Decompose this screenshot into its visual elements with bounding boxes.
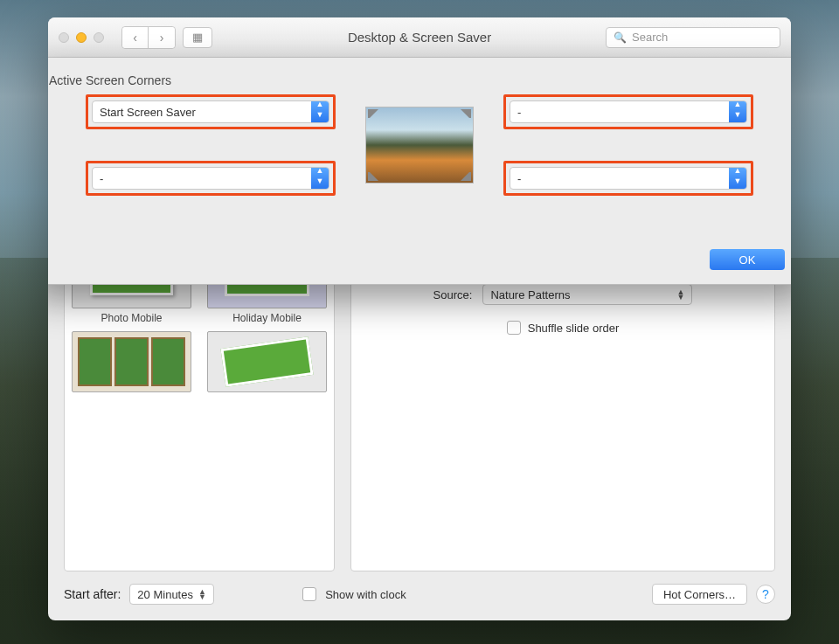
corner-value: - [510, 106, 729, 119]
saver-item[interactable] [207, 331, 327, 392]
minimize-window-button[interactable] [76, 32, 87, 43]
source-label: Source: [433, 288, 473, 301]
hot-corners-button[interactable]: Hot Corners… [652, 584, 747, 605]
corner-bottom-right-dropdown[interactable]: - ▲▼ [510, 167, 747, 190]
preferences-window: ‹ › ▦ Desktop & Screen Saver 🔍 Search Re… [48, 17, 791, 620]
close-window-button[interactable] [59, 32, 69, 43]
corner-value: Start Screen Saver [93, 106, 311, 119]
active-corners-sheet: Active Screen Corners Start Screen Saver… [48, 58, 791, 285]
corner-top-left-dropdown[interactable]: Start Screen Saver ▲▼ [92, 100, 329, 123]
grid-icon: ▦ [192, 31, 203, 44]
corner-value: - [93, 172, 311, 185]
saver-label: Photo Mobile [101, 312, 162, 324]
dropdown-cap-icon: ▲▼ [311, 168, 329, 189]
ok-button[interactable]: OK [710, 249, 785, 270]
window-controls [59, 32, 104, 43]
corner-indicator-icon [368, 109, 378, 120]
footer-bar: Start after: 20 Minutes ▲▼ Show with clo… [64, 571, 775, 605]
saver-label: Holiday Mobile [232, 312, 302, 324]
show-with-clock-checkbox[interactable] [302, 587, 316, 601]
corner-top-right-dropdown[interactable]: - ▲▼ [510, 100, 747, 123]
window-title: Desktop & Screen Saver [348, 30, 491, 45]
back-button[interactable]: ‹ [122, 27, 149, 48]
start-after-dropdown[interactable]: 20 Minutes ▲▼ [129, 584, 214, 605]
dropdown-cap-icon: ▲▼ [311, 101, 329, 122]
corner-bottom-left-dropdown[interactable]: - ▲▼ [92, 167, 329, 190]
shuffle-checkbox[interactable] [507, 321, 521, 335]
highlight: - ▲▼ [86, 161, 336, 196]
highlight: - ▲▼ [503, 161, 753, 196]
saver-item[interactable] [72, 331, 191, 392]
highlight: - ▲▼ [503, 94, 753, 129]
titlebar: ‹ › ▦ Desktop & Screen Saver 🔍 Search [48, 17, 791, 58]
search-icon: 🔍 [614, 31, 627, 44]
start-after-value: 20 Minutes [137, 588, 193, 601]
corner-indicator-icon [368, 170, 378, 181]
start-after-label: Start after: [64, 587, 121, 601]
search-placeholder: Search [632, 31, 668, 44]
source-dropdown[interactable]: Nature Patterns ▲▼ [482, 284, 692, 305]
corner-indicator-icon [461, 109, 471, 120]
search-field[interactable]: 🔍 Search [606, 27, 780, 48]
show-all-button[interactable]: ▦ [183, 27, 212, 48]
dropdown-cap-icon: ▲▼ [729, 168, 746, 189]
shuffle-label: Shuffle slide order [528, 322, 620, 335]
display-thumbnail [365, 107, 474, 184]
highlight: Start Screen Saver ▲▼ [86, 94, 336, 129]
nav-buttons: ‹ › [121, 26, 176, 49]
zoom-window-button[interactable] [94, 32, 104, 43]
stepper-icon: ▲▼ [198, 589, 206, 599]
sheet-title: Active Screen Corners [49, 73, 753, 87]
stepper-icon: ▲▼ [676, 289, 684, 300]
source-value: Nature Patterns [490, 288, 570, 301]
dropdown-cap-icon: ▲▼ [729, 101, 746, 122]
hot-corners-label: Hot Corners… [663, 588, 736, 601]
forward-button[interactable]: › [149, 27, 175, 48]
help-button[interactable]: ? [756, 585, 775, 604]
corner-value: - [510, 172, 729, 185]
corner-indicator-icon [461, 170, 471, 181]
show-with-clock-label: Show with clock [325, 588, 406, 601]
